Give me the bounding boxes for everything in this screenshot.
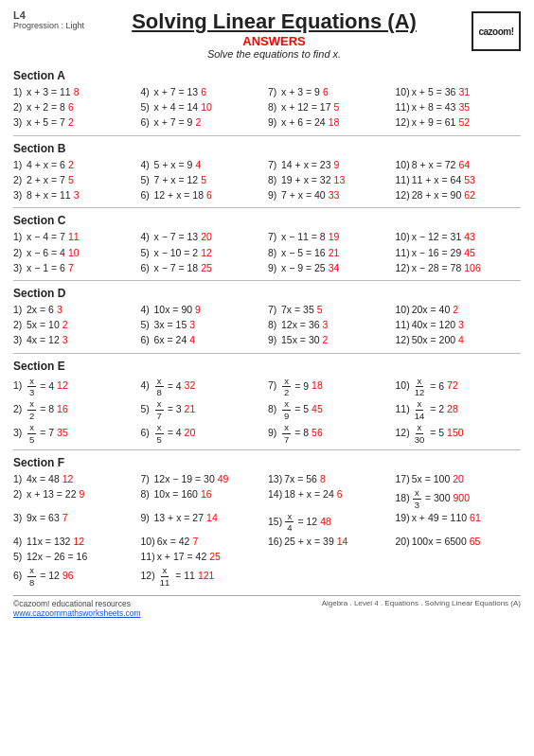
list-item: 11)x + 17 = 4225 [141,550,267,564]
divider [13,207,521,208]
list-item: 5)x − 10 = 212 [141,246,267,260]
progression: Progression : Light [13,21,84,30]
list-item: 12)x − 28 = 78106 [396,261,522,275]
list-item: 2)5x = 102 [13,318,139,332]
list-item: 16)25 + x = 3914 [268,535,394,549]
list-item: 4)x − 7 = 1320 [141,230,267,244]
list-item: 12)x + 9 = 6152 [396,115,522,130]
list-item: 11)11 + x = 6453 [396,173,522,187]
list-item: 2)x + 2 = 86 [13,100,139,114]
section-e-grid: 1) x3 = 4 12 4) x8 = 4 32 7) x2 = 9 18 1… [13,376,521,445]
section-b-grid: 1)4 + x = 62 4)5 + x = 94 7)14 + x = 239… [13,158,521,203]
list-item: 9)x + 6 = 2418 [268,115,394,130]
list-item: 12)28 + x = 9062 [396,188,522,202]
level: L4 [13,9,26,21]
section-e-title: Section E [13,360,521,373]
divider [13,280,521,281]
copyright: ©cazoom! educational resources [13,599,141,608]
list-item: 4)11x = 13212 [13,535,139,549]
list-item: 20)100x = 650065 [396,535,522,549]
divider [13,449,521,450]
list-item: 7)14 + x = 239 [268,158,394,172]
list-item: 5)3x = 153 [141,318,267,332]
logo-text: cazoom! [478,26,513,37]
list-item: 7)x − 11 = 819 [268,230,394,244]
section-c-grid: 1)x − 4 = 711 4)x − 7 = 1320 7)x − 11 = … [13,230,521,275]
list-item: 10)x + 5 = 3631 [396,85,522,99]
list-item: 6)12 + x = 186 [141,188,267,202]
list-item: 19)x + 49 = 11061 [396,511,522,534]
section-b-title: Section B [13,142,521,155]
list-item: 18)x3 = 300900 [396,487,522,510]
list-item: 7)x + 3 = 96 [268,85,394,99]
list-item: 8)x + 12 = 175 [268,100,394,114]
footer-breadcrumb: Algebra . Level 4 . Equations . Solving … [322,599,521,618]
list-item: 7)7x = 355 [268,303,394,317]
logo-box: cazoom! [472,11,521,51]
list-item: 12)50x = 2004 [396,333,522,347]
list-item: 8)19 + x = 3213 [268,173,394,187]
list-item: 7)12x − 19 = 3049 [141,472,267,486]
list-item: 8) x9 = 5 45 [268,398,394,421]
section-d-grid: 1)2x = 63 4)10x = 909 7)7x = 355 10)20x … [13,303,521,348]
list-item: 1)2x = 63 [13,303,139,317]
list-item: 10)8 + x = 7264 [396,158,522,172]
header-center: Solving Linear Equations (A) ANSWERS Sol… [84,9,464,63]
list-item: 8)10x = 16016 [141,487,267,510]
list-item: 3)9x = 637 [13,511,139,534]
list-item: 9) x7 = 8 56 [268,422,394,445]
list-item: 9)13 + x = 2714 [141,511,267,534]
list-item: 1)x − 4 = 711 [13,230,139,244]
list-item: 5) x7 = 3 21 [141,398,267,421]
list-item: 9)15x = 302 [268,333,394,347]
list-item: 3)x + 5 = 72 [13,115,139,130]
list-item: 15)x4 = 1248 [268,511,394,534]
list-item: 2) x2 = 8 16 [13,398,139,421]
divider [13,135,521,136]
list-item: 5)12x − 26 = 16​ [13,550,139,564]
list-item: 6)x − 7 = 1825 [141,261,267,275]
list-item: 11)x + 8 = 4335 [396,100,522,114]
list-item: 4) x8 = 4 32 [141,376,267,398]
list-item: 6)x8 = 1296 [13,565,139,588]
list-item: 2)2 + x = 75 [13,173,139,187]
list-item: 8)x − 5 = 1621 [268,246,394,260]
list-item: 4)10x = 909 [141,303,267,317]
list-item: 1) x3 = 4 12 [13,376,139,398]
website-link[interactable]: www.cazoommathsworksheets.com [13,608,141,618]
subtitle: Solve the equations to find x. [207,48,341,60]
page-title: Solving Linear Equations (A) [132,9,417,34]
list-item: 7) x2 = 9 18 [268,376,394,398]
footer-left: ©cazoom! educational resources www.cazoo… [13,599,141,618]
list-item: 2)x − 6 = 410 [13,246,139,260]
list-item: 10)20x = 402 [396,303,522,317]
list-item: 11)x − 16 = 2945 [396,246,522,260]
divider [13,353,521,354]
section-c-title: Section C [13,214,521,227]
list-item: 6)x + 7 = 92 [141,115,267,130]
list-item: 4)x + 7 = 136 [141,85,267,99]
list-item: 12) x30 = 5 150 [396,422,522,445]
list-item: 10)6x = 427 [141,535,267,549]
footer: ©cazoom! educational resources www.cazoo… [13,595,521,618]
section-f-grid: 1)4x = 4812 7)12x − 19 = 3049 13)7x = 56… [13,472,521,588]
list-item: 4)5 + x = 94 [141,158,267,172]
section-a-grid: 1)x + 3 = 118 4)x + 7 = 136 7)x + 3 = 96… [13,85,521,131]
list-item: 3) x5 = 7 35 [13,422,139,445]
list-item: 11) x14 = 2 28 [396,398,522,421]
list-item: 1)4x = 4812 [13,472,139,486]
list-item: 3)8 + x = 113 [13,188,139,202]
list-item: 9)x − 9 = 2534 [268,261,394,275]
list-item: 3)4x = 123 [13,333,139,347]
list-item: 11)40x = 1203 [396,318,522,332]
list-item: 17)5x = 10020 [396,472,522,486]
header-left: L4 Progression : Light [13,9,84,30]
list-item: 6) x5 = 4 20 [141,422,267,445]
list-item: 1)4 + x = 62 [13,158,139,172]
list-item: 9)7 + x = 4033 [268,188,394,202]
list-item: 8)12x = 363 [268,318,394,332]
list-item: 1)x + 3 = 118 [13,85,139,99]
list-item: 10) x12 = 6 72 [396,376,522,398]
list-item: 2)x + 13 = 229 [13,487,139,510]
list-item: 14)18 + x = 246 [268,487,394,510]
